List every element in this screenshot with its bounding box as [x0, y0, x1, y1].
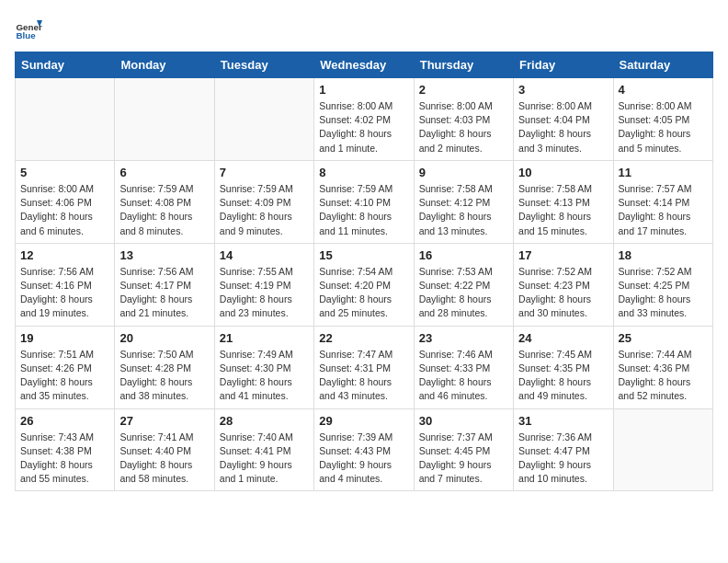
calendar-cell: 24Sunrise: 7:45 AM Sunset: 4:35 PM Dayli… [514, 326, 613, 408]
day-info: Sunrise: 7:40 AM Sunset: 4:41 PM Dayligh… [220, 431, 309, 487]
day-info: Sunrise: 8:00 AM Sunset: 4:05 PM Dayligh… [619, 99, 708, 155]
calendar-cell: 10Sunrise: 7:58 AM Sunset: 4:13 PM Dayli… [514, 160, 613, 243]
day-info: Sunrise: 7:53 AM Sunset: 4:22 PM Dayligh… [419, 265, 508, 321]
day-number: 12 [20, 248, 109, 262]
day-info: Sunrise: 7:59 AM Sunset: 4:10 PM Dayligh… [319, 182, 408, 238]
day-number: 19 [20, 331, 109, 345]
calendar-cell [214, 78, 313, 161]
calendar-cell: 20Sunrise: 7:50 AM Sunset: 4:28 PM Dayli… [115, 326, 214, 408]
calendar-week-5: 26Sunrise: 7:43 AM Sunset: 4:38 PM Dayli… [16, 408, 713, 491]
day-info: Sunrise: 7:52 AM Sunset: 4:23 PM Dayligh… [518, 265, 608, 321]
day-number: 25 [619, 331, 708, 345]
day-info: Sunrise: 7:46 AM Sunset: 4:33 PM Dayligh… [419, 348, 508, 404]
day-number: 29 [319, 414, 408, 428]
day-number: 7 [220, 166, 309, 179]
calendar-cell: 22Sunrise: 7:47 AM Sunset: 4:31 PM Dayli… [314, 326, 414, 408]
calendar-header-wednesday: Wednesday [314, 52, 414, 78]
calendar-cell: 2Sunrise: 8:00 AM Sunset: 4:03 PM Daylig… [414, 78, 513, 161]
calendar-cell: 13Sunrise: 7:56 AM Sunset: 4:17 PM Dayli… [115, 243, 214, 326]
calendar-cell: 12Sunrise: 7:56 AM Sunset: 4:16 PM Dayli… [16, 243, 115, 326]
day-info: Sunrise: 7:56 AM Sunset: 4:16 PM Dayligh… [20, 265, 109, 321]
calendar-cell: 16Sunrise: 7:53 AM Sunset: 4:22 PM Dayli… [414, 243, 513, 326]
day-info: Sunrise: 7:43 AM Sunset: 4:38 PM Dayligh… [20, 431, 109, 487]
day-number: 20 [119, 331, 209, 345]
calendar-header-sunday: Sunday [16, 52, 115, 78]
day-info: Sunrise: 7:44 AM Sunset: 4:36 PM Dayligh… [619, 348, 708, 404]
day-number: 31 [518, 414, 608, 428]
day-info: Sunrise: 7:59 AM Sunset: 4:08 PM Dayligh… [119, 182, 209, 238]
day-info: Sunrise: 7:54 AM Sunset: 4:20 PM Dayligh… [319, 265, 408, 321]
day-info: Sunrise: 8:00 AM Sunset: 4:03 PM Dayligh… [419, 99, 508, 155]
calendar-cell: 27Sunrise: 7:41 AM Sunset: 4:40 PM Dayli… [115, 408, 214, 491]
page-header: General Blue [15, 15, 713, 42]
day-number: 2 [419, 83, 508, 97]
day-number: 5 [20, 166, 109, 179]
day-number: 18 [619, 248, 708, 262]
day-number: 21 [220, 331, 309, 345]
calendar-cell: 1Sunrise: 8:00 AM Sunset: 4:02 PM Daylig… [314, 78, 414, 161]
day-info: Sunrise: 7:49 AM Sunset: 4:30 PM Dayligh… [220, 348, 309, 404]
calendar-week-1: 1Sunrise: 8:00 AM Sunset: 4:02 PM Daylig… [16, 78, 713, 161]
calendar-header-thursday: Thursday [414, 52, 513, 78]
day-info: Sunrise: 7:58 AM Sunset: 4:13 PM Dayligh… [518, 182, 608, 238]
day-info: Sunrise: 7:47 AM Sunset: 4:31 PM Dayligh… [319, 348, 408, 404]
day-info: Sunrise: 7:39 AM Sunset: 4:43 PM Dayligh… [319, 431, 408, 487]
calendar-cell [16, 78, 115, 161]
day-number: 9 [419, 166, 508, 179]
calendar-cell: 31Sunrise: 7:36 AM Sunset: 4:47 PM Dayli… [514, 408, 613, 491]
day-number: 13 [119, 248, 209, 262]
calendar-cell: 9Sunrise: 7:58 AM Sunset: 4:12 PM Daylig… [414, 160, 513, 243]
day-number: 1 [319, 83, 408, 97]
calendar-cell: 21Sunrise: 7:49 AM Sunset: 4:30 PM Dayli… [214, 326, 313, 408]
day-info: Sunrise: 7:45 AM Sunset: 4:35 PM Dayligh… [518, 348, 608, 404]
day-info: Sunrise: 7:41 AM Sunset: 4:40 PM Dayligh… [119, 431, 209, 487]
day-info: Sunrise: 8:00 AM Sunset: 4:04 PM Dayligh… [518, 99, 608, 155]
day-number: 27 [119, 414, 209, 428]
day-number: 26 [20, 414, 109, 428]
day-number: 22 [319, 331, 408, 345]
calendar-cell: 15Sunrise: 7:54 AM Sunset: 4:20 PM Dayli… [314, 243, 414, 326]
calendar-cell: 23Sunrise: 7:46 AM Sunset: 4:33 PM Dayli… [414, 326, 513, 408]
day-number: 30 [419, 414, 508, 428]
calendar-cell: 7Sunrise: 7:59 AM Sunset: 4:09 PM Daylig… [214, 160, 313, 243]
calendar-cell: 28Sunrise: 7:40 AM Sunset: 4:41 PM Dayli… [214, 408, 313, 491]
day-number: 23 [419, 331, 508, 345]
day-number: 4 [619, 83, 708, 97]
day-number: 28 [220, 414, 309, 428]
logo: General Blue [15, 15, 42, 42]
calendar-cell: 8Sunrise: 7:59 AM Sunset: 4:10 PM Daylig… [314, 160, 414, 243]
day-info: Sunrise: 7:56 AM Sunset: 4:17 PM Dayligh… [119, 265, 209, 321]
calendar-header-row: SundayMondayTuesdayWednesdayThursdayFrid… [16, 52, 713, 78]
day-number: 8 [319, 166, 408, 179]
calendar-cell [613, 408, 712, 491]
calendar-cell: 5Sunrise: 8:00 AM Sunset: 4:06 PM Daylig… [16, 160, 115, 243]
day-number: 16 [419, 248, 508, 262]
calendar-header-saturday: Saturday [613, 52, 712, 78]
calendar-cell: 11Sunrise: 7:57 AM Sunset: 4:14 PM Dayli… [613, 160, 712, 243]
calendar-table: SundayMondayTuesdayWednesdayThursdayFrid… [15, 52, 713, 491]
day-info: Sunrise: 7:50 AM Sunset: 4:28 PM Dayligh… [119, 348, 209, 404]
day-number: 15 [319, 248, 408, 262]
calendar-cell: 29Sunrise: 7:39 AM Sunset: 4:43 PM Dayli… [314, 408, 414, 491]
day-info: Sunrise: 7:51 AM Sunset: 4:26 PM Dayligh… [20, 348, 109, 404]
day-info: Sunrise: 7:59 AM Sunset: 4:09 PM Dayligh… [220, 182, 309, 238]
calendar-cell: 4Sunrise: 8:00 AM Sunset: 4:05 PM Daylig… [613, 78, 712, 161]
day-info: Sunrise: 7:37 AM Sunset: 4:45 PM Dayligh… [419, 431, 508, 487]
calendar-cell: 6Sunrise: 7:59 AM Sunset: 4:08 PM Daylig… [115, 160, 214, 243]
calendar-cell: 26Sunrise: 7:43 AM Sunset: 4:38 PM Dayli… [16, 408, 115, 491]
calendar-cell: 25Sunrise: 7:44 AM Sunset: 4:36 PM Dayli… [613, 326, 712, 408]
day-number: 3 [518, 83, 608, 97]
day-info: Sunrise: 7:52 AM Sunset: 4:25 PM Dayligh… [619, 265, 708, 321]
calendar-header-friday: Friday [514, 52, 613, 78]
day-number: 6 [119, 166, 209, 179]
day-info: Sunrise: 7:36 AM Sunset: 4:47 PM Dayligh… [518, 431, 608, 487]
day-info: Sunrise: 8:00 AM Sunset: 4:06 PM Dayligh… [20, 182, 109, 238]
calendar-cell: 30Sunrise: 7:37 AM Sunset: 4:45 PM Dayli… [414, 408, 513, 491]
day-info: Sunrise: 7:55 AM Sunset: 4:19 PM Dayligh… [220, 265, 309, 321]
calendar-week-4: 19Sunrise: 7:51 AM Sunset: 4:26 PM Dayli… [16, 326, 713, 408]
calendar-cell: 14Sunrise: 7:55 AM Sunset: 4:19 PM Dayli… [214, 243, 313, 326]
day-number: 14 [220, 248, 309, 262]
calendar-cell: 18Sunrise: 7:52 AM Sunset: 4:25 PM Dayli… [613, 243, 712, 326]
day-number: 10 [518, 166, 608, 179]
day-info: Sunrise: 8:00 AM Sunset: 4:02 PM Dayligh… [319, 99, 408, 155]
